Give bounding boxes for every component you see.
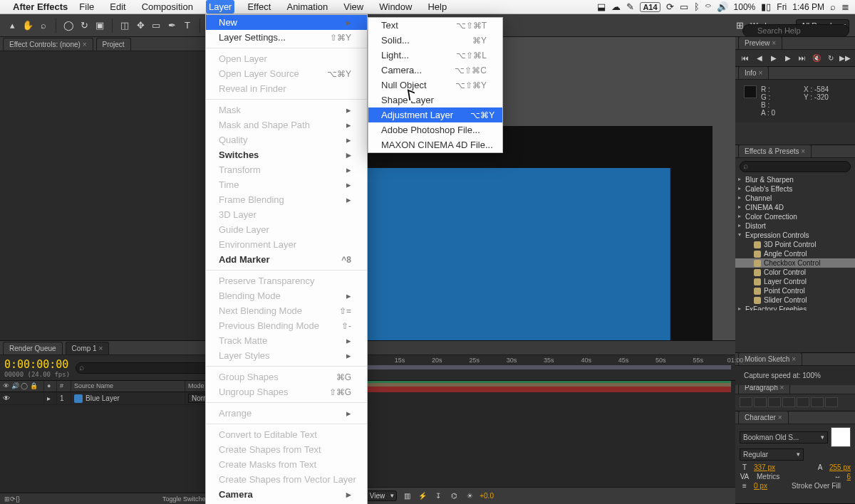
ep-group-expression-controls[interactable]: Expression Controls (738, 231, 852, 240)
timeline-brackets-icon[interactable]: {} (16, 495, 20, 503)
menu-item-adobe-photoshop-file[interactable]: Adobe Photoshop File... (368, 122, 502, 137)
justify-last-left-button[interactable] (782, 397, 795, 407)
mute-button[interactable]: 🔇 (811, 53, 822, 63)
menu-file[interactable]: File (76, 0, 97, 14)
prev-frame-button[interactable]: ◀ (754, 53, 765, 63)
justify-all-button[interactable] (825, 397, 838, 407)
tab-effects-presets[interactable]: Effects & Presets (738, 145, 812, 157)
pixel-aspect-icon[interactable]: ▥ (401, 490, 413, 502)
sync-icon[interactable]: ⟳ (666, 1, 674, 12)
menu-help[interactable]: Help (425, 0, 450, 14)
ep-group-blur-sharpen[interactable]: Blur & Sharpen (738, 175, 852, 184)
visibility-toggle-icon[interactable]: 👁 (3, 394, 10, 402)
ram-preview-button[interactable]: ▶▶ (839, 53, 851, 63)
ep-effect-layer-control[interactable]: Layer Control (738, 277, 852, 286)
orbit-tool-icon[interactable]: ◯ (62, 19, 75, 32)
anchor-tool-icon[interactable]: ✥ (134, 19, 147, 32)
display-icon[interactable]: ▭ (680, 1, 688, 12)
layer-menu-dropdown[interactable]: NewLayer Settings...⇧⌘YOpen LayerOpen La… (205, 14, 368, 504)
play-button[interactable]: ▶ (768, 53, 779, 63)
loop-button[interactable]: ↻ (825, 53, 836, 63)
metrics-dropdown[interactable]: Metrics (754, 473, 789, 481)
font-style-dropdown[interactable]: Regular (740, 448, 804, 461)
menu-item-text[interactable]: Text⌥⇧⌘T (368, 18, 502, 33)
menu-item-solid[interactable]: Solid...⌘Y (368, 33, 502, 48)
font-size-value[interactable]: 337 px (754, 463, 775, 471)
menu-view[interactable]: View (341, 0, 366, 14)
menu-item-layer-settings[interactable]: Layer Settings...⇧⌘Y (206, 30, 367, 45)
ep-effect-checkbox-control[interactable]: Checkbox Control (735, 258, 855, 268)
menu-item-light[interactable]: Light...⌥⇧⌘L (368, 48, 502, 63)
menu-item-switches[interactable]: Switches (206, 147, 367, 162)
menu-window[interactable]: Window (376, 0, 415, 14)
timeline-render-icon[interactable]: ⟳ (10, 495, 16, 503)
spotlight-icon[interactable]: ⌕ (830, 1, 836, 12)
search-help-input[interactable] (742, 24, 849, 37)
menu-item-adjustment-layer[interactable]: Adjustment Layer⌥⌘Y (368, 107, 502, 122)
ep-group-fxfactory-freebies[interactable]: FxFactory Freebies (738, 305, 852, 310)
menu-item-shape-layer[interactable]: Shape Layer (368, 93, 502, 107)
menu-effect[interactable]: Effect (244, 0, 274, 14)
camera-tool-icon[interactable]: ▣ (93, 19, 106, 32)
menu-composition[interactable]: Composition (139, 0, 196, 14)
layer-new-submenu[interactable]: Text⌥⇧⌘TSolid...⌘YLight...⌥⇧⌘LCamera...⌥… (368, 17, 503, 153)
hand-tool-icon[interactable]: ✋ (21, 19, 34, 32)
menu-item-new[interactable]: New (206, 15, 367, 30)
ep-effect-color-control[interactable]: Color Control (738, 268, 852, 277)
tab-preview[interactable]: Preview (738, 36, 782, 49)
timeline-sync-icon[interactable]: ↧ (432, 490, 444, 502)
col-source-name[interactable]: Source Name (71, 381, 185, 392)
font-family-dropdown[interactable]: Bookman Old S... (740, 431, 828, 443)
align-left-button[interactable] (740, 397, 752, 407)
ep-effect-slider-control[interactable]: Slider Control (738, 295, 852, 305)
tab-render-queue[interactable]: Render Queue (3, 342, 63, 355)
tab-comp-1[interactable]: Comp 1 (66, 342, 110, 355)
bluetooth-icon[interactable]: ᛒ (694, 1, 700, 12)
zoom-tool-icon[interactable]: ⌕ (37, 19, 50, 32)
flowchart-icon[interactable]: ⌬ (448, 490, 460, 502)
menu-item-add-marker[interactable]: Add Marker^8 (206, 252, 367, 267)
leading-value[interactable]: 255 px (829, 463, 851, 471)
tab-project[interactable]: Project (96, 38, 131, 51)
effects-presets-tree[interactable]: Blur & SharpenCaleb's EffectsChannelCINE… (735, 175, 855, 310)
align-right-button[interactable] (768, 397, 781, 407)
volume-icon[interactable]: 🔊 (717, 1, 728, 12)
menu-item-camera[interactable]: Camera...⌥⇧⌘C (368, 63, 502, 78)
ep-group-color-correction[interactable]: Color Correction (738, 212, 852, 221)
pan-behind-tool-icon[interactable]: ◫ (118, 19, 131, 32)
menu-edit[interactable]: Edit (107, 0, 128, 14)
app-name[interactable]: After Effects (13, 1, 68, 12)
text-tool-icon[interactable]: T (181, 19, 194, 32)
tab-character[interactable]: Character (738, 411, 789, 424)
tab-effect-controls[interactable]: Effect Controls: (none) (3, 38, 93, 51)
timeline-option-icon[interactable]: ⊞ (4, 495, 10, 503)
justify-last-right-button[interactable] (811, 397, 824, 407)
menu-animation[interactable]: Animation (284, 0, 331, 14)
pen-tool-icon[interactable]: ✒ (165, 19, 178, 32)
stroke-width-value[interactable]: 0 px (754, 482, 767, 490)
exposure-icon[interactable]: ☀ (464, 490, 475, 502)
justify-last-center-button[interactable] (797, 397, 809, 407)
menu-item-camera[interactable]: Camera (206, 487, 367, 502)
ep-group-cinema-4d[interactable]: CINEMA 4D (738, 203, 852, 212)
wifi-icon[interactable]: ⌔ (705, 1, 711, 12)
ep-group-channel[interactable]: Channel (738, 194, 852, 203)
next-frame-button[interactable]: ▶ (782, 53, 794, 63)
first-frame-button[interactable]: ⏮ (740, 53, 751, 63)
align-center-button[interactable] (754, 397, 767, 407)
fast-preview-icon[interactable]: ⚡ (417, 490, 428, 502)
stroke-order-dropdown[interactable]: Stroke Over Fill (789, 482, 851, 490)
twirl-icon[interactable]: ▸ (47, 394, 51, 402)
layer-color-swatch[interactable] (74, 394, 83, 403)
shape-tool-icon[interactable]: ▭ (150, 19, 162, 32)
exposure-value[interactable]: +0.0 (480, 492, 494, 500)
menu-item-null-object[interactable]: Null Object⌥⇧⌘Y (368, 78, 502, 93)
ep-effect-point-control[interactable]: Point Control (738, 286, 852, 295)
ep-group-distort[interactable]: Distort (738, 221, 852, 231)
evernote-icon[interactable]: ✎ (626, 1, 634, 12)
tab-info[interactable]: Info (738, 66, 769, 79)
cloud-icon[interactable]: ☁︎ (611, 1, 621, 12)
menu-item-maxon-cinema-4d-file[interactable]: MAXON CINEMA 4D File... (368, 137, 502, 152)
rotate-tool-icon[interactable]: ↻ (78, 19, 90, 32)
tracking-value[interactable]: 6 (846, 473, 851, 481)
